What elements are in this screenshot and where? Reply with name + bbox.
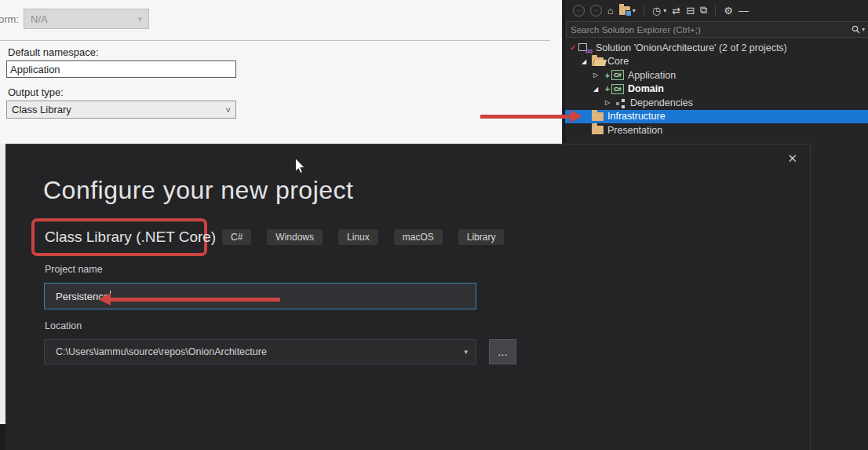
arrow-head <box>98 293 111 305</box>
default-namespace-label: Default namespace: <box>8 46 99 58</box>
back-icon[interactable]: ← <box>573 3 585 17</box>
show-all-files-icon: ⧉ <box>700 4 707 16</box>
properties-wrench-icon: ⚙ <box>724 5 733 16</box>
preview-selected-items-icon[interactable]: — <box>739 3 749 17</box>
tree-item-label: Application <box>628 70 676 81</box>
tree-item-presentation[interactable]: Presentation <box>565 123 868 137</box>
arrow-line <box>480 115 571 119</box>
search-options-caret-icon[interactable]: ▾ <box>862 26 865 33</box>
tree-item-application[interactable]: ▷+C#Application <box>565 68 868 82</box>
pending-add-icon: + <box>604 71 611 80</box>
pending-changes-filter-icon: ◷ <box>652 5 661 16</box>
location-value: C:\Users\iammu\source\repos\OnionArchite… <box>56 346 267 357</box>
arrow-to-project-name <box>98 293 280 305</box>
properties-wrench-icon[interactable]: ⚙ <box>724 3 733 17</box>
template-row: Class Library (.NET Core) C#WindowsLinux… <box>31 218 504 256</box>
folder-icon <box>592 112 604 121</box>
output-type-value: Class Library <box>12 104 71 115</box>
preview-selected-items-icon: — <box>739 5 749 16</box>
collapsed-expander-icon[interactable]: ▷ <box>605 99 615 106</box>
collapse-all-icon[interactable]: ⊟ <box>686 3 695 17</box>
tree-item-infrastructure[interactable]: Infrastructure <box>565 110 868 124</box>
forward-icon: → <box>590 5 602 16</box>
location-label: Location <box>45 320 82 331</box>
source-control-check-icon: ✓ <box>570 43 578 52</box>
browse-button[interactable]: … <box>489 339 516 364</box>
csharp-project-icon: C# <box>611 70 624 80</box>
sync-with-active-document-icon[interactable]: ⇄ <box>672 3 680 17</box>
solution-explorer-search: ▾ <box>566 21 868 38</box>
expanded-expander-icon[interactable]: ◢ <box>582 58 592 65</box>
dialog-title: Configure your new project <box>43 176 353 205</box>
dependencies-icon <box>615 98 626 108</box>
home-icon: ⌂ <box>607 5 614 16</box>
tree-item-label: Infrastructure <box>607 111 666 122</box>
project-properties-pane: orm: N/A ▾ Default namespace: Output typ… <box>0 0 562 144</box>
tag-windows: Windows <box>267 229 323 245</box>
tag-linux: Linux <box>338 229 378 245</box>
tree-item-label: Presentation <box>607 125 662 136</box>
background-page-strip <box>0 144 5 424</box>
back-icon: ← <box>573 5 585 16</box>
tree-item-label: Solution 'OnionArchitecture' (2 of 2 pro… <box>596 42 787 53</box>
toolbar-separator <box>644 5 644 16</box>
tree-item-domain[interactable]: ◢+C#Domain <box>565 82 868 97</box>
chevron-down-icon: ˅ <box>226 105 231 115</box>
arrow-to-infrastructure <box>480 110 582 123</box>
show-all-files-icon[interactable]: ⧉ <box>700 3 707 17</box>
tree-item-core[interactable]: ◢Core <box>565 55 868 69</box>
chevron-down-icon: ▾ <box>464 348 468 356</box>
tree-item-solution-onionarchitecture-2-of-[interactable]: ✓∞Solution 'OnionArchitecture' (2 of 2 p… <box>565 41 868 55</box>
output-type-dropdown[interactable]: Class Library ˅ <box>6 101 236 119</box>
platform-dropdown[interactable]: N/A ▾ <box>24 9 149 29</box>
switch-views-icon[interactable]: ▾ <box>619 3 636 17</box>
pending-add-icon: + <box>604 84 611 93</box>
output-type-label: Output type: <box>8 86 64 98</box>
platform-value: N/A <box>31 13 48 25</box>
solution-explorer-toolbar: ←→⌂▾◷▾⇄⊟⧉⚙— <box>565 0 868 20</box>
search-input[interactable] <box>567 25 852 35</box>
default-namespace-input[interactable] <box>6 60 236 78</box>
divider <box>0 40 550 41</box>
red-annotation-box: Class Library (.NET Core) <box>31 218 207 256</box>
mouse-cursor <box>294 158 305 177</box>
tree-item-label: Dependencies <box>630 97 693 108</box>
search-icon[interactable] <box>852 25 860 34</box>
chevron-down-icon: ▾ <box>137 14 142 24</box>
arrow-head <box>571 110 582 123</box>
expanded-expander-icon[interactable]: ◢ <box>593 86 604 93</box>
close-icon[interactable]: ✕ <box>787 152 797 166</box>
solution-icon: ∞ <box>578 42 592 53</box>
collapse-all-icon: ⊟ <box>686 5 695 16</box>
solution-tree: ✓∞Solution 'OnionArchitecture' (2 of 2 p… <box>565 41 868 137</box>
template-name: Class Library (.NET Core) <box>45 229 216 246</box>
chevron-down-icon: ▾ <box>663 7 666 14</box>
location-dropdown[interactable]: C:\Users\iammu\source\repos\OnionArchite… <box>44 339 476 364</box>
pending-changes-filter-icon[interactable]: ◷▾ <box>652 3 666 17</box>
home-icon[interactable]: ⌂ <box>607 3 614 17</box>
tag-c: C# <box>222 229 251 245</box>
collapsed-expander-icon[interactable]: ▷ <box>593 71 604 79</box>
tree-item-label: Domain <box>628 83 664 94</box>
sync-with-active-document-icon: ⇄ <box>672 5 680 16</box>
forward-icon[interactable]: → <box>590 3 602 17</box>
csharp-project-icon: C# <box>611 84 624 94</box>
folder-icon <box>619 6 630 15</box>
arrow-line <box>111 298 280 302</box>
project-name-label: Project name <box>45 264 103 275</box>
folder-open-icon <box>592 57 604 66</box>
template-tags: C#WindowsLinuxmacOSLibrary <box>222 229 504 245</box>
tag-library: Library <box>458 229 505 245</box>
chevron-down-icon: ▾ <box>633 7 636 14</box>
tag-macos: macOS <box>394 229 443 245</box>
toolbar-separator <box>715 5 716 16</box>
folder-icon <box>592 126 604 134</box>
tree-item-label: Core <box>607 56 629 67</box>
tree-item-dependencies[interactable]: ▷Dependencies <box>565 96 868 110</box>
vs-infinity-icon: ∞ <box>585 46 593 56</box>
background-dark-strip <box>0 424 5 450</box>
platform-label: orm: <box>0 13 19 25</box>
